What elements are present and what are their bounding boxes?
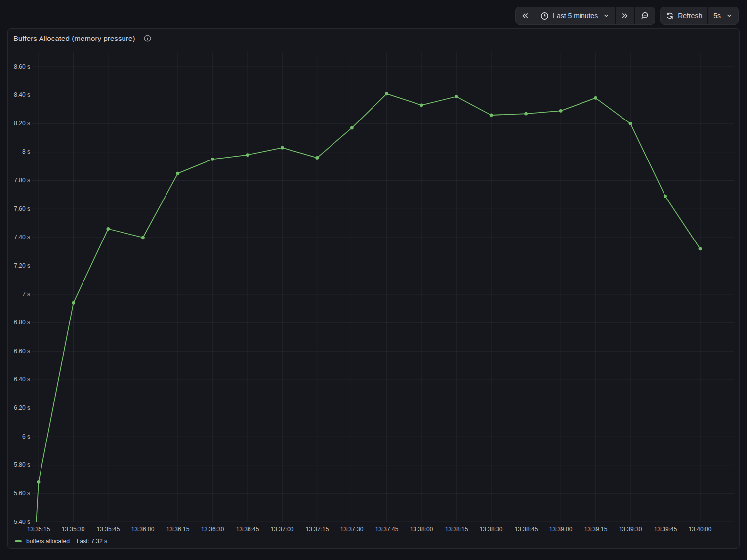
legend-last-value: Last: 7.32 s <box>77 538 107 545</box>
refresh-button[interactable]: Refresh <box>661 7 707 24</box>
refresh-icon <box>666 12 674 20</box>
refresh-interval-button[interactable]: 5s <box>707 7 738 24</box>
refresh-controls: Refresh 5s <box>660 7 739 25</box>
x-tick-label: 13:36:00 <box>123 526 163 533</box>
y-tick-label: 7.60 s <box>8 205 30 213</box>
double-chevron-right-icon <box>621 12 629 20</box>
y-tick-label: 8 s <box>8 148 30 156</box>
y-tick-label: 7.40 s <box>8 234 30 241</box>
chart-plot-area[interactable] <box>32 52 734 522</box>
series-line <box>36 94 700 522</box>
panel-header: Buffers Allocated (memory pressure) <box>8 29 739 47</box>
data-point[interactable] <box>281 146 284 150</box>
shift-time-back-button[interactable] <box>516 7 535 24</box>
data-point[interactable] <box>664 195 667 198</box>
zoom-out-time-range-button[interactable] <box>634 7 655 24</box>
legend-series-swatch <box>15 540 22 542</box>
clock-icon <box>540 12 549 20</box>
x-tick-label: 13:38:15 <box>437 526 476 533</box>
x-tick-label: 13:37:30 <box>332 526 372 533</box>
data-point[interactable] <box>72 301 75 305</box>
data-point[interactable] <box>629 122 632 125</box>
info-icon[interactable] <box>144 35 151 42</box>
y-tick-label: 7.80 s <box>8 177 30 184</box>
data-point[interactable] <box>490 114 493 117</box>
data-point[interactable] <box>107 227 110 231</box>
time-range-controls: Last 5 minutes <box>515 7 655 25</box>
panel-title[interactable]: Buffers Allocated (memory pressure) <box>13 34 135 42</box>
data-point[interactable] <box>385 92 388 95</box>
y-tick-label: 6.60 s <box>8 348 30 355</box>
double-chevron-left-icon <box>521 12 529 20</box>
x-tick-label: 13:39:15 <box>576 526 616 533</box>
data-point[interactable] <box>141 236 145 239</box>
refresh-label: Refresh <box>678 12 702 20</box>
y-tick-label: 8.60 s <box>8 63 30 71</box>
time-range-picker-button[interactable]: Last 5 minutes <box>535 7 615 24</box>
x-tick-label: 13:38:00 <box>402 526 441 533</box>
y-tick-label: 8.40 s <box>8 91 30 99</box>
y-tick-label: 6.20 s <box>8 404 30 412</box>
time-picker-toolbar: Last 5 minutes <box>515 7 739 25</box>
data-point[interactable] <box>524 112 528 116</box>
y-tick-label: 7.20 s <box>8 262 30 270</box>
x-tick-label: 13:35:45 <box>88 526 128 533</box>
legend: buffers allocated Last: 7.32 s <box>15 536 107 546</box>
legend-series-label[interactable]: buffers allocated <box>26 538 70 545</box>
data-point[interactable] <box>594 96 597 100</box>
y-tick-label: 5.80 s <box>8 461 30 469</box>
y-tick-label: 8.20 s <box>8 120 30 127</box>
data-point[interactable] <box>211 158 214 161</box>
zoom-out-magnifier-icon <box>640 11 649 20</box>
timeseries-panel: Buffers Allocated (memory pressure) 8.60… <box>7 28 740 549</box>
y-tick-label: 6.80 s <box>8 319 30 326</box>
x-tick-label: 13:35:30 <box>53 526 93 533</box>
data-point[interactable] <box>455 95 458 98</box>
data-point[interactable] <box>420 103 423 107</box>
x-tick-label: 13:38:45 <box>506 526 546 533</box>
y-tick-label: 5.40 s <box>8 519 30 526</box>
x-tick-label: 13:37:00 <box>262 526 302 533</box>
data-point[interactable] <box>699 247 702 250</box>
x-tick-label: 13:37:45 <box>367 526 407 533</box>
y-tick-label: 5.60 s <box>8 490 30 497</box>
data-point[interactable] <box>246 153 249 157</box>
shift-time-forward-button[interactable] <box>615 7 634 24</box>
y-tick-label: 7 s <box>8 291 30 298</box>
x-tick-label: 13:38:30 <box>471 526 511 533</box>
data-point[interactable] <box>37 480 41 484</box>
x-tick-label: 13:39:00 <box>541 526 581 533</box>
timeseries-chart[interactable] <box>32 52 734 522</box>
x-tick-label: 13:37:15 <box>297 526 337 533</box>
x-tick-label: 13:39:30 <box>611 526 650 533</box>
chevron-down-icon <box>603 12 610 19</box>
x-tick-label: 13:36:45 <box>228 526 267 533</box>
x-tick-label: 13:40:00 <box>680 526 720 533</box>
x-tick-label: 13:36:30 <box>193 526 232 533</box>
x-tick-label: 13:36:15 <box>158 526 198 533</box>
x-tick-label: 13:35:15 <box>19 526 58 533</box>
data-point[interactable] <box>350 126 354 130</box>
x-tick-label: 13:39:45 <box>646 526 685 533</box>
data-point[interactable] <box>559 109 563 113</box>
y-tick-label: 6.40 s <box>8 376 30 383</box>
chevron-down-icon <box>726 12 733 19</box>
refresh-interval-label: 5s <box>713 12 721 20</box>
data-point[interactable] <box>176 172 180 175</box>
y-tick-label: 6 s <box>8 433 30 440</box>
time-range-label: Last 5 minutes <box>553 12 598 20</box>
data-point[interactable] <box>315 156 319 160</box>
